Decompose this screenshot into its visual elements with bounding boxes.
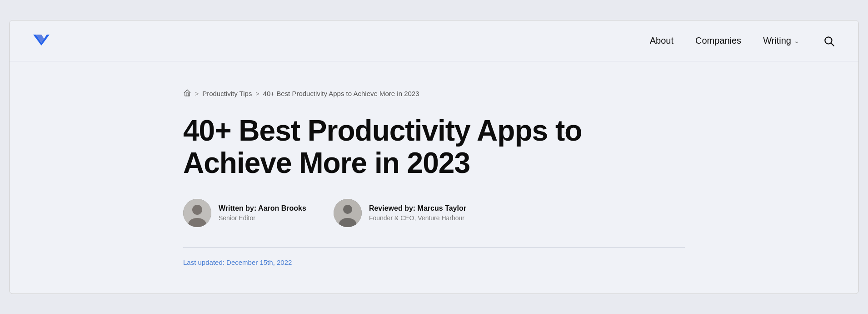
author-card-1: Written by: Aaron Brooks Senior Editor [183,199,306,227]
author-avatar-image-1 [183,199,211,227]
article-title: 40+ Best Productivity Apps to Achieve Mo… [183,115,592,179]
logo-icon [31,31,51,51]
main-content: > Productivity Tips > 40+ Best Productiv… [161,61,707,294]
search-icon [823,35,835,47]
svg-point-9 [343,205,352,214]
author-role-1: Senior Editor [219,214,306,222]
breadcrumb-sep-2: > [255,90,259,97]
last-updated: Last updated: December 15th, 2022 [183,258,685,266]
author-card-2: Reviewed by: Marcus Taylor Founder & CEO… [334,199,466,227]
author-info-2: Reviewed by: Marcus Taylor Founder & CEO… [369,204,466,222]
author-avatar-image-2 [334,199,362,227]
nav-link-about[interactable]: About [650,35,673,46]
author-info-1: Written by: Aaron Brooks Senior Editor [219,204,306,222]
breadcrumb-sep-1: > [195,90,199,97]
breadcrumb-current-page: 40+ Best Productivity Apps to Achieve Mo… [263,90,419,97]
svg-line-4 [831,43,834,46]
breadcrumb: > Productivity Tips > 40+ Best Productiv… [183,89,685,98]
page-wrapper: About Companies Writing ⌄ [9,20,859,294]
nav-link-companies[interactable]: Companies [695,35,741,46]
search-button[interactable] [821,33,837,49]
divider [183,247,685,248]
author-name-1: Written by: Aaron Brooks [219,204,306,213]
author-avatar-1 [183,199,211,227]
nav-links: About Companies Writing ⌄ [650,33,837,49]
navbar: About Companies Writing ⌄ [10,20,858,61]
author-name-2: Reviewed by: Marcus Taylor [369,204,466,213]
breadcrumb-productivity-tips[interactable]: Productivity Tips [202,90,252,97]
author-role-2: Founder & CEO, Venture Harbour [369,214,466,222]
author-avatar-2 [334,199,362,227]
home-icon [183,89,191,97]
authors-row: Written by: Aaron Brooks Senior Editor R… [183,199,685,227]
svg-point-6 [192,205,202,215]
chevron-down-icon: ⌄ [794,37,799,45]
logo-area[interactable] [31,31,51,51]
nav-link-writing[interactable]: Writing ⌄ [763,35,799,46]
breadcrumb-home-link[interactable] [183,89,191,98]
